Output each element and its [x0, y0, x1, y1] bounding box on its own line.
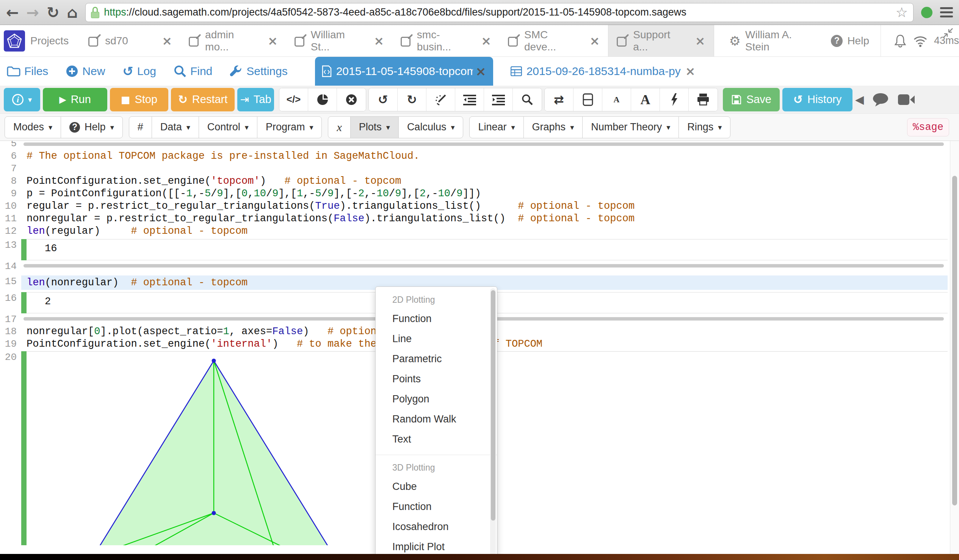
editor-row[interactable]: 8PointConfiguration.set_engine('topcom')… — [0, 175, 959, 188]
forward-icon[interactable]: → — [27, 5, 40, 20]
video-chat-icon[interactable] — [897, 93, 915, 106]
dropdown-item-polygon[interactable]: Polygon — [376, 389, 497, 409]
bell-icon[interactable] — [894, 34, 907, 48]
close-icon[interactable]: × — [695, 34, 706, 48]
menu-graphs[interactable]: Graphs▾ — [524, 116, 583, 138]
filebar-log-link[interactable]: ↺Log — [123, 64, 156, 79]
filebar-find-link[interactable]: Find — [174, 65, 212, 78]
editor-row[interactable]: 12len(regular) # optional - topcom — [0, 225, 959, 237]
project-tab[interactable]: SMC deve...× — [500, 25, 608, 56]
home-icon[interactable]: ⌂ — [67, 5, 78, 20]
indent-button[interactable] — [484, 88, 513, 111]
redo-button[interactable]: ↻ — [398, 88, 427, 111]
bookmark-star-icon[interactable]: ☆ — [896, 5, 908, 20]
menu-control[interactable]: Control▾ — [199, 116, 257, 138]
editor-scrollbar-thumb[interactable] — [952, 176, 957, 506]
menu-calculus[interactable]: Calculus▾ — [398, 116, 464, 138]
menu-program[interactable]: Program▾ — [257, 116, 322, 138]
font-increase-button[interactable]: A — [631, 88, 660, 111]
editor-row[interactable]: 1316 — [0, 239, 959, 260]
dropdown-scrollbar-thumb[interactable] — [491, 290, 495, 520]
dropdown-scrollbar[interactable] — [490, 288, 496, 554]
stop-button[interactable]: ■ Stop — [110, 88, 168, 111]
exchange-button[interactable]: ⇄ — [545, 88, 573, 111]
project-tab[interactable]: sd70× — [80, 25, 180, 56]
close-icon[interactable]: × — [162, 34, 172, 48]
browser-menu-icon[interactable] — [940, 7, 953, 18]
close-icon[interactable]: × — [374, 34, 384, 48]
close-icon[interactable]: × — [268, 34, 278, 48]
save-button[interactable]: Save — [723, 88, 780, 111]
cell-divider[interactable] — [24, 264, 944, 267]
filebar-files-link[interactable]: Files — [7, 65, 48, 78]
dropdown-item-random-walk[interactable]: Random Walk — [376, 409, 497, 429]
editor-row[interactable]: 6# The optional TOPCOM package is pre-in… — [0, 150, 959, 162]
dropdown-item-cube[interactable]: Cube — [376, 477, 497, 497]
dropdown-item-parametric[interactable]: Parametric — [376, 349, 497, 369]
file-tab[interactable]: 2015-09-26-185314-numba-py× — [504, 57, 703, 86]
menu-help[interactable]: ?Help▾ — [61, 116, 123, 138]
close-icon[interactable]: × — [475, 64, 486, 79]
reload-icon[interactable]: ↻ — [47, 5, 59, 20]
sagemath-logo[interactable] — [4, 30, 25, 51]
file-tab[interactable]: 2015-11-05-145908-topcom.sag× — [315, 57, 493, 86]
run-button[interactable]: ▶ Run — [43, 88, 107, 111]
dropdown-item-icosahedron[interactable]: Icosahedron — [376, 517, 497, 537]
collapse-chat-icon[interactable]: ◀ — [855, 93, 864, 106]
filebar-new-link[interactable]: New — [65, 65, 105, 78]
menu--[interactable]: # — [129, 116, 152, 138]
menu-x[interactable]: x — [328, 116, 350, 138]
search-button[interactable] — [513, 88, 542, 111]
menu-modes[interactable]: Modes▾ — [5, 116, 61, 138]
editor-row[interactable]: 5 — [0, 141, 959, 150]
bolt-button[interactable] — [660, 88, 689, 111]
url-bar[interactable]: https://cloud.sagemath.com/projects/4a5f… — [85, 3, 913, 22]
menu-rings[interactable]: Rings▾ — [679, 116, 730, 138]
project-tab[interactable]: William St...× — [286, 25, 392, 56]
font-decrease-button[interactable]: A — [602, 88, 631, 111]
close-circle-button[interactable] — [337, 88, 366, 111]
print-button[interactable] — [689, 88, 718, 111]
info-dropdown-button[interactable]: i▾ — [4, 88, 40, 111]
menu-data[interactable]: Data▾ — [151, 116, 199, 138]
chat-bubble-icon[interactable] — [872, 92, 889, 107]
extension-icon[interactable] — [921, 7, 932, 18]
close-icon[interactable]: × — [481, 34, 491, 48]
magic-wand-button[interactable] — [427, 88, 455, 111]
help-link[interactable]: Help — [847, 35, 869, 47]
restart-button[interactable]: ↻ Restart — [171, 88, 235, 111]
tab-complete-button[interactable]: ⇥ Tab — [237, 88, 274, 111]
projects-link[interactable]: Projects — [30, 35, 68, 47]
dropdown-item-text[interactable]: Text — [376, 429, 497, 449]
editor-row[interactable]: 9p = PointConfiguration([[-1,-5/9],[0,10… — [0, 188, 959, 200]
fullscreen-toggle-icon[interactable] — [942, 27, 954, 39]
dropdown-item-function[interactable]: Function — [376, 497, 497, 517]
cell-mode-badge[interactable]: %sage — [907, 118, 949, 137]
url-text[interactable]: https://cloud.sagemath.com/projects/4a5f… — [104, 6, 891, 18]
cell-divider[interactable] — [24, 142, 944, 146]
close-icon[interactable]: × — [590, 34, 600, 48]
dropdown-item-line[interactable]: Line — [376, 329, 497, 349]
account-name[interactable]: William A. Stein — [745, 29, 816, 53]
editor-row[interactable]: 11nonregular = p.restrict_to_regular_tri… — [0, 213, 959, 225]
close-icon[interactable]: × — [685, 64, 696, 78]
project-tab[interactable]: smc-busin...× — [392, 25, 500, 56]
pie-chart-button[interactable] — [308, 88, 337, 111]
dropdown-item-implicit-plot[interactable]: Implicit Plot — [376, 537, 497, 554]
filebar-settings-link[interactable]: Settings — [230, 65, 287, 78]
back-icon[interactable]: ← — [6, 5, 19, 20]
menu-plots[interactable]: Plots▾ — [350, 116, 399, 138]
dropdown-item-function[interactable]: Function — [376, 309, 497, 329]
menu-linear[interactable]: Linear▾ — [469, 116, 524, 138]
menu-number-theory[interactable]: Number Theory▾ — [582, 116, 679, 138]
editor-row[interactable]: 14 — [0, 260, 959, 272]
editor-row[interactable]: 7 — [0, 162, 959, 175]
code-button[interactable]: </> — [279, 88, 308, 111]
project-tab[interactable]: admin mo...× — [180, 25, 286, 56]
split-cell-button[interactable] — [573, 88, 602, 111]
history-button[interactable]: ↺ History — [782, 88, 852, 111]
outdent-button[interactable] — [455, 88, 484, 111]
code-editor[interactable]: 56# The optional TOPCOM package is pre-i… — [0, 141, 959, 554]
dropdown-item-points[interactable]: Points — [376, 369, 497, 389]
editor-row[interactable]: 10regular = p.restrict_to_regular_triang… — [0, 200, 959, 213]
